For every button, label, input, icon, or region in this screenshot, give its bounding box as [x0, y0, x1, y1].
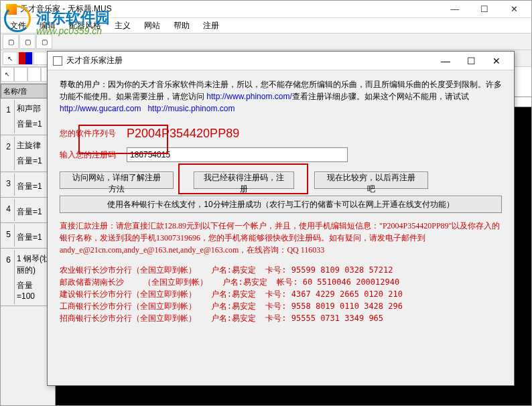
track-name: 主旋律 — [17, 138, 51, 153]
menu-style[interactable]: 配器风格 — [64, 19, 107, 33]
visit-website-button[interactable]: 访问网站，详细了解注册方法 — [60, 172, 174, 189]
track-name: 1 钢琴(壮丽的) — [17, 251, 51, 278]
track-number: 6 — [3, 250, 15, 304]
track-volume: 音量=1 — [17, 179, 51, 194]
color-tool-icon[interactable] — [18, 52, 33, 65]
left-tool-3[interactable] — [27, 67, 41, 82]
tool-3[interactable] — [34, 52, 48, 65]
notice-link-3[interactable]: http://music.phinom.com — [147, 104, 235, 113]
track-number: 5 — [3, 224, 15, 247]
track-name: 和声部 — [17, 101, 51, 117]
track-volume: 音量=1 — [17, 117, 51, 132]
window-controls: — ☐ ✕ — [443, 2, 526, 17]
notice-text: 尊敬的用户：因为你的天才音乐家软件尚未注册，所以，您不能存储您所编辑的乐曲，而且… — [60, 78, 502, 115]
register-later-button[interactable]: 现在比较穷，以后再注册吧 — [314, 172, 428, 189]
menu-file[interactable]: 文件 — [5, 19, 31, 33]
close-button[interactable]: ✕ — [502, 2, 526, 17]
remittance-info: 直接汇款注册：请您直接汇款128.89元到以下任何一个帐户，并且，使用手机编辑短… — [60, 220, 502, 256]
notice-link-1[interactable]: http://www.phinom.com/ — [206, 92, 291, 101]
tool-new[interactable]: ▢ — [3, 34, 19, 49]
track-number: 4 — [3, 199, 15, 221]
register-code-input[interactable] — [127, 147, 348, 162]
dialog-titlebar[interactable]: 天才音乐家注册 — ☐ ✕ — [48, 52, 514, 70]
serial-value: P2004P354420PP89 — [127, 127, 239, 141]
main-titlebar[interactable]: 天才音乐家 - 无标题.MUS — ☐ ✕ — [1, 1, 531, 18]
dialog-body: 尊敬的用户：因为你的天才音乐家软件尚未注册，所以，您不能存储您所编辑的乐曲，而且… — [48, 70, 514, 332]
track-number: 2 — [3, 137, 15, 170]
minimize-button[interactable]: — — [443, 2, 467, 17]
left-arrow-icon[interactable]: ↖ — [1, 67, 14, 82]
register-button[interactable]: 我已经获得注册码，注册 — [194, 172, 294, 189]
left-tool-2[interactable] — [14, 67, 27, 82]
maximize-button[interactable]: ☐ — [472, 2, 496, 17]
track-number: 3 — [3, 174, 15, 196]
tool-save[interactable]: ▢ — [36, 34, 52, 49]
arrow-tool-icon[interactable]: ↖ — [3, 52, 17, 65]
track-volume: 音量=1 — [17, 204, 51, 220]
main-toolbar: ▢ ▢ ▢ — [1, 33, 531, 50]
dialog-close-button[interactable]: ✕ — [484, 54, 509, 68]
dialog-maximize-button[interactable]: ☐ — [459, 54, 483, 68]
track-volume: 音量=1 — [17, 230, 51, 245]
track-volume: 音量=100 — [17, 278, 51, 303]
menubar: 文件 编辑 配器风格 主义 网站 帮助 注册 — [1, 18, 531, 33]
menu-help[interactable]: 帮助 — [168, 19, 195, 33]
dialog-icon — [53, 56, 62, 66]
serial-label: 您的软件序列号 — [60, 128, 127, 139]
tool-open[interactable]: ▢ — [19, 34, 36, 49]
register-dialog: 天才音乐家注册 — ☐ ✕ 尊敬的用户：因为你的天才音乐家软件尚未注册，所以，您… — [47, 51, 515, 386]
menu-website[interactable]: 网站 — [139, 19, 165, 33]
code-label: 输入您的注册码 — [60, 149, 127, 161]
online-pay-button[interactable]: 使用各种银行卡在线支付，10分钟注册成功（农行与工行的储蓄卡可以在网上开通在线支… — [60, 196, 502, 213]
app-icon — [6, 4, 17, 15]
dialog-title: 天才音乐家注册 — [66, 55, 123, 66]
track-volume: 音量=1 — [17, 153, 51, 169]
track-number: 1 — [3, 100, 15, 133]
notice-link-2[interactable]: http://www.gucard.com — [60, 104, 141, 113]
menu-theory[interactable]: 主义 — [109, 19, 136, 33]
bank-accounts: 农业银行长沙市分行（全国立即到帐） 户名:易安定 卡号: 95599 8109 … — [60, 264, 502, 324]
menu-edit[interactable]: 编辑 — [34, 19, 61, 33]
menu-register[interactable]: 注册 — [198, 19, 224, 33]
dialog-minimize-button[interactable]: — — [434, 54, 458, 68]
window-title: 天才音乐家 - 无标题.MUS — [20, 3, 112, 15]
